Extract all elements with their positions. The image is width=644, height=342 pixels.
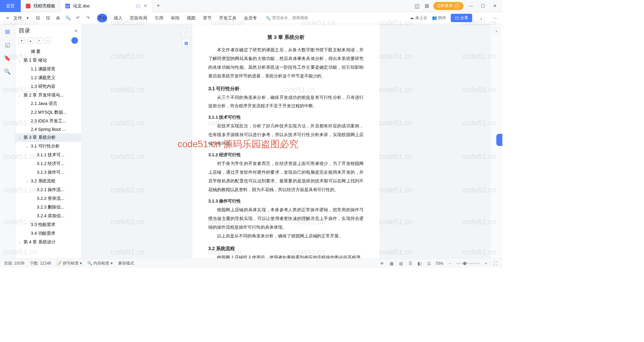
share-button[interactable]: ⮹分享 bbox=[451, 14, 472, 22]
toolbar-more-icon[interactable]: ⋯ bbox=[490, 13, 499, 22]
outline-close-icon[interactable]: ✕ bbox=[74, 28, 78, 33]
remove-icon[interactable]: − bbox=[45, 38, 51, 44]
content-check[interactable]: 🔍 内容检查 ▾ bbox=[87, 261, 113, 266]
view-mode1-icon[interactable]: ▦ bbox=[388, 260, 394, 266]
command-search[interactable]: 🔍 查找命令、搜索模板 bbox=[266, 15, 308, 21]
outline-item[interactable]: 3.2.1 操作流... bbox=[15, 185, 82, 194]
outline-item[interactable]: 3.1.1 技术可... bbox=[15, 151, 82, 159]
outline-item-label: 第 1 章 绪论 bbox=[23, 57, 47, 63]
outline-item[interactable]: 2.1 Java 语言 bbox=[15, 100, 82, 108]
ribbon-reference[interactable]: 引用 bbox=[154, 13, 164, 22]
outline-item[interactable]: 3.2.4 添加信... bbox=[15, 212, 82, 220]
undo-icon[interactable]: ↶ bbox=[74, 13, 83, 22]
tab-window-icon[interactable]: ▢ bbox=[136, 3, 141, 8]
outline-item[interactable]: 1.1 课题背景 bbox=[15, 65, 82, 73]
eye-icon[interactable]: 👁 bbox=[379, 260, 385, 266]
outline-item[interactable]: 摘 要 bbox=[15, 47, 82, 56]
zoom-slider[interactable] bbox=[456, 263, 480, 264]
view-mode4-icon[interactable]: ◧ bbox=[417, 260, 423, 266]
outline-item[interactable]: 2.2 MYSQL 数据... bbox=[15, 108, 82, 117]
file-menu[interactable]: 文件 bbox=[13, 15, 22, 21]
expand-all-icon[interactable]: ▴ bbox=[28, 38, 34, 44]
outline-item[interactable]: ⌄3.1 可行性分析 bbox=[15, 142, 82, 151]
outline-icon[interactable]: ▤ bbox=[4, 27, 11, 35]
print-icon[interactable]: 🖶 bbox=[54, 13, 62, 22]
collab-button[interactable]: 👥 协作 bbox=[432, 15, 446, 21]
save-icon[interactable]: 🖫 bbox=[34, 13, 42, 22]
view-mode3-icon[interactable]: ☰ bbox=[407, 260, 413, 266]
outline-item[interactable]: 2.4 Spring Boot ... bbox=[15, 125, 82, 133]
outline-item[interactable]: 3.1.2 经济可... bbox=[15, 159, 82, 168]
outline-item[interactable]: ⌄第 2 章 开发环境与... bbox=[15, 91, 82, 100]
view-mode2-icon[interactable]: ▤ bbox=[398, 260, 404, 266]
assistant-icon[interactable] bbox=[71, 37, 78, 44]
preview-icon[interactable]: 🔍 bbox=[64, 13, 72, 22]
outline-item[interactable]: ⌄第 1 章 绪论 bbox=[15, 56, 82, 65]
compat-mode[interactable]: 兼容模式 bbox=[118, 261, 134, 266]
zoom-out-icon[interactable]: − bbox=[447, 260, 453, 266]
login-button[interactable]: 立即登录 bbox=[433, 2, 464, 10]
ribbon-insert[interactable]: 插入 bbox=[113, 13, 123, 22]
cloud-status[interactable]: ☁ 未上云 bbox=[410, 15, 427, 21]
close-window-button[interactable]: ✕ bbox=[490, 3, 500, 8]
fit-icon[interactable]: ⊡ bbox=[426, 260, 432, 266]
bookmark-icon[interactable]: 🔖 bbox=[4, 54, 11, 62]
outline-item-label: 3.2.3 删除信... bbox=[37, 204, 64, 210]
outline-item[interactable]: 1.2 课题意义 bbox=[15, 73, 82, 82]
ribbon-view[interactable]: 视图 bbox=[186, 13, 196, 22]
word-count[interactable]: 字数: 12148 bbox=[30, 261, 51, 266]
ribbon-section[interactable]: 章节 bbox=[202, 13, 212, 22]
maximize-button[interactable]: ☐ bbox=[478, 3, 488, 8]
outline-item[interactable]: 3.2.2 登录流... bbox=[15, 194, 82, 203]
dropdown-icon[interactable]: ▾ bbox=[23, 13, 32, 22]
outline-item[interactable]: 3.3 性能需求 bbox=[15, 220, 82, 229]
zoom-in-icon[interactable]: + bbox=[483, 260, 489, 266]
right-tag[interactable] bbox=[496, 134, 502, 146]
outline-item[interactable]: ⌄第 4 章 系统设计 bbox=[15, 238, 82, 246]
collapse-all-icon[interactable]: ▾ bbox=[19, 38, 25, 44]
new-tab-button[interactable]: + bbox=[152, 2, 164, 9]
outline-item[interactable]: 3.2.3 删除信... bbox=[15, 203, 82, 212]
toolbar: ≡ 文件 ▾ 🖫 🖫 🖶 🔍 ↶ ↷ 开始 插入 页面布局 引用 审阅 视图 章… bbox=[0, 12, 502, 24]
tab-home[interactable]: 首页 bbox=[0, 0, 21, 12]
outline-item[interactable]: ⌄第 3 章 系统分析 bbox=[15, 133, 82, 142]
nav-icon[interactable]: ◱ bbox=[4, 41, 11, 48]
ribbon-layout[interactable]: 页面布局 bbox=[129, 13, 148, 22]
ribbon-devtools[interactable]: 开发工具 bbox=[218, 13, 237, 22]
outline-item[interactable]: 1.3 研究内容 bbox=[15, 82, 82, 91]
save-as-icon[interactable]: 🖫 bbox=[44, 13, 52, 22]
toolbar-expand-icon[interactable]: ⌄ bbox=[477, 13, 486, 22]
tab-close-icon[interactable]: ✕ bbox=[144, 3, 147, 8]
outline-item-label: 3.3 性能需求 bbox=[31, 222, 56, 228]
tab-document[interactable]: W 论文.doc ▢ ✕ bbox=[60, 0, 152, 12]
page-tool2-icon[interactable]: ▦ bbox=[182, 39, 190, 47]
outline-item-label: 1.1 课题背景 bbox=[31, 66, 56, 72]
ribbon-start[interactable]: 开始 bbox=[97, 13, 107, 22]
page-tool-icon[interactable]: 📄 bbox=[182, 29, 190, 37]
ribbon-member[interactable]: 会员专 bbox=[243, 13, 258, 22]
minimize-button[interactable]: — bbox=[466, 3, 476, 8]
apps-icon[interactable]: ⊞ bbox=[423, 2, 431, 9]
outline-item[interactable]: 3.1.3 操作可... bbox=[15, 168, 82, 177]
redo-icon[interactable]: ↷ bbox=[84, 13, 93, 22]
zoom-level[interactable]: 70% bbox=[435, 261, 443, 266]
layout-icon[interactable]: ◫ bbox=[413, 2, 421, 9]
section-3-1-2: 3.1.2 经济可行性 bbox=[208, 151, 364, 159]
spell-check[interactable]: 📝 拼写检查 ▾ bbox=[56, 261, 82, 266]
page-number[interactable]: 页面: 10/39 bbox=[4, 261, 24, 266]
menu-icon[interactable]: ≡ bbox=[3, 13, 12, 22]
add-icon[interactable]: + bbox=[36, 38, 42, 44]
outline-item[interactable]: ⌄3.2 系统流程 bbox=[15, 177, 82, 185]
search-side-icon[interactable]: 🔍 bbox=[4, 68, 11, 75]
outline-item[interactable]: 3.4 功能需求 bbox=[15, 229, 82, 238]
main-area: ▤ ◱ 🔖 🔍 目录 ✕ ▾ ▴ + − 摘 要⌄第 1 章 绪论1.1 课题背… bbox=[0, 24, 502, 259]
format-panel-icon[interactable]: ≡ bbox=[493, 27, 500, 35]
outline-item-label: 3.2.2 登录流... bbox=[37, 195, 64, 202]
tab-template[interactable]: 找稻壳模板 bbox=[21, 0, 60, 12]
fullscreen-icon[interactable]: ⛶ bbox=[492, 260, 498, 266]
document-area[interactable]: 📄 ▦ 第 3 章 系统分析 本文作者在确定了研究的课题之后，从各大数字图书馆下… bbox=[82, 24, 490, 259]
p-3-1-2: 对于身为学生的开发者而言，在经济资源上面可用者很少，为了开发校园网上店铺，通过开… bbox=[208, 159, 364, 194]
ribbon-review[interactable]: 审阅 bbox=[170, 13, 180, 22]
outline-item-label: 2.3 IDEA 开发工... bbox=[31, 118, 66, 124]
outline-item[interactable]: 2.3 IDEA 开发工... bbox=[15, 117, 82, 125]
